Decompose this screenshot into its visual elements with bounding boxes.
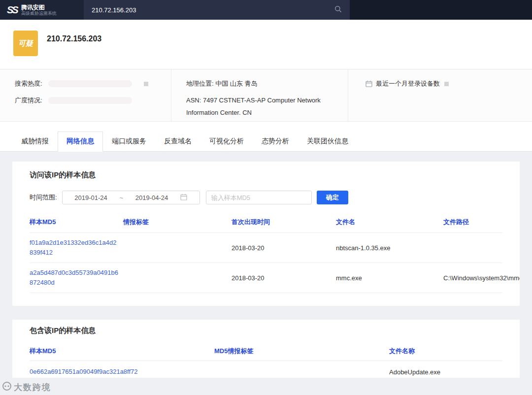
md5-link[interactable]: 0e662a6917651a09049f9ac321a8ff72	[30, 367, 210, 377]
asn-value: 7497 CSTNET-AS-AP Computer Network Infor…	[186, 97, 321, 116]
tab-visual-analysis[interactable]: 可视化分析	[200, 132, 253, 151]
column-header-tag: 情报标签	[123, 212, 232, 233]
summary-geo: 地理位置: 中国 山东 青岛 ASN: 7497 CSTNET-AS-AP Co…	[171, 69, 348, 121]
table-header-row: 样本MD5 MD5情报标签 文件名称	[30, 342, 502, 361]
date-to[interactable]: 2019-04-24	[135, 194, 168, 201]
visit-samples-card: 访问该IP的样本信息 时间范围: 2019-01-24 ~ 2019-04-24…	[12, 162, 520, 306]
date-from[interactable]: 2019-01-24	[74, 194, 107, 201]
topbar-spacer	[350, 0, 532, 20]
contain-samples-table: 样本MD5 MD5情报标签 文件名称 0e662a6917651a09049f9…	[30, 342, 502, 378]
asn-label: ASN:	[186, 97, 201, 104]
filepath-cell: C:\Windows\system32\mmc.exe	[443, 263, 502, 293]
tab-related-groups[interactable]: 关联团伙信息	[298, 132, 357, 151]
confirm-button[interactable]: 确定	[317, 191, 348, 204]
tab-ports-services[interactable]: 端口或服务	[103, 132, 155, 151]
filepath-cell	[443, 233, 502, 263]
calendar-icon	[366, 80, 372, 87]
app-subtitle: 高级威胁追溯系统	[21, 11, 57, 16]
devices-count-placeholder	[444, 82, 449, 86]
visit-section-title: 访问该IP的样本信息	[12, 170, 520, 180]
watermark: 大数跨境	[2, 381, 51, 393]
search-heat-label: 搜索热度:	[15, 79, 42, 88]
column-header-filepath: 文件路径	[443, 212, 502, 233]
status-badge: 可疑	[13, 31, 38, 56]
tab-network-info[interactable]: 网络信息	[58, 132, 103, 152]
search-heat-bar	[48, 80, 132, 87]
search-icon[interactable]	[334, 5, 342, 15]
table-row: f01a9a2d1e31332ed36c1a4d2839f412 2018-03…	[30, 233, 502, 263]
app-logo[interactable]: SS 腾讯安图 高级威胁追溯系统	[0, 0, 84, 20]
column-header-md5: 样本MD5	[30, 212, 123, 233]
topbar-search[interactable]	[84, 0, 350, 20]
md5-search-input[interactable]	[206, 191, 312, 204]
time-range-label: 时间范围:	[30, 193, 57, 202]
filename-cell: AdobeUpdate.exe	[389, 361, 502, 378]
main-content: 访问该IP的样本信息 时间范围: 2019-01-24 ~ 2019-04-24…	[0, 152, 532, 378]
tencent-antu-logo-icon: SS	[7, 5, 17, 15]
filter-row: 时间范围: 2019-01-24 ~ 2019-04-24 确定	[12, 191, 520, 204]
column-header-first-seen: 首次出现时间	[232, 212, 336, 233]
page-title: 210.72.156.203	[47, 34, 101, 43]
summary-metrics: 搜索热度: 广度情况:	[0, 69, 171, 121]
tag-cell	[123, 263, 232, 293]
summary-band: 搜索热度: 广度情况: 地理位置: 中国 山东 青岛 ASN: 7497 CST…	[0, 69, 532, 122]
date-range-picker[interactable]: 2019-01-24 ~ 2019-04-24	[62, 191, 200, 204]
table-row: 0e662a6917651a09049f9ac321a8ff72 AdobeUp…	[30, 361, 502, 378]
search-input[interactable]	[92, 6, 318, 14]
filename-cell: mmc.exe	[336, 263, 443, 293]
tab-reverse-domain[interactable]: 反查域名	[155, 132, 200, 151]
table-row: a2a5d487d0c3d55739a0491b6872480d 2018-03…	[30, 263, 502, 293]
tab-bar: 威胁情报 网络信息 端口或服务 反查域名 可视化分析 态势分析 关联团伙信息	[0, 122, 532, 152]
page-header: 可疑 210.72.156.203	[0, 20, 532, 69]
calendar-icon[interactable]	[180, 194, 187, 202]
md5-link[interactable]: f01a9a2d1e31332ed36c1a4d2839f412	[30, 238, 119, 258]
tab-threat-intel[interactable]: 威胁情报	[12, 132, 58, 151]
column-header-md5-tag: MD5情报标签	[214, 342, 389, 361]
tag-cell	[214, 361, 389, 378]
contain-samples-card: 包含该IP的样本信息 样本MD5 MD5情报标签 文件名称 0e662a6917…	[12, 320, 520, 378]
contain-section-title: 包含该IP的样本信息	[12, 326, 520, 335]
column-header-filename: 文件名称	[389, 342, 502, 361]
tab-situation-analysis[interactable]: 态势分析	[253, 132, 298, 151]
first-seen-cell: 2018-03-20	[232, 263, 336, 293]
breadth-bar	[48, 97, 132, 104]
filename-cell: nbtscan-1.0.35.exe	[336, 233, 443, 263]
breadth-label: 广度情况:	[15, 96, 42, 105]
column-header-md5: 样本MD5	[30, 342, 214, 361]
first-seen-cell: 2018-03-20	[232, 233, 336, 263]
date-separator: ~	[119, 194, 123, 201]
md5-link[interactable]: a2a5d487d0c3d55739a0491b6872480d	[30, 268, 119, 288]
watermark-logo-icon	[2, 381, 12, 393]
summary-devices: 最近一个月登录设备数	[348, 69, 532, 121]
search-heat-placeholder	[144, 82, 148, 86]
geo-label: 地理位置:	[186, 80, 214, 87]
column-header-filename: 文件名	[336, 212, 443, 233]
visit-samples-table: 样本MD5 情报标签 首次出现时间 文件名 文件路径 f01a9a2d1e313…	[30, 212, 502, 293]
watermark-text: 大数跨境	[14, 382, 51, 393]
topbar: SS 腾讯安图 高级威胁追溯系统	[0, 0, 532, 20]
app-title: 腾讯安图	[21, 4, 57, 11]
table-header-row: 样本MD5 情报标签 首次出现时间 文件名 文件路径	[30, 212, 502, 233]
geo-value: 中国 山东 青岛	[215, 80, 257, 87]
devices-label: 最近一个月登录设备数	[376, 79, 440, 88]
tag-cell	[123, 233, 232, 263]
